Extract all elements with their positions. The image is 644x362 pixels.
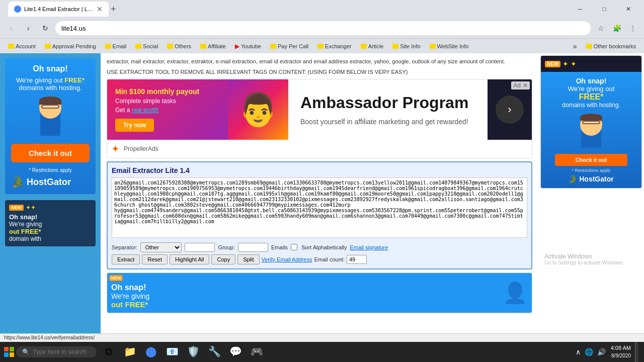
bookmark-label: Article [368,43,384,49]
start-button[interactable] [2,345,16,359]
propeller-next-button[interactable]: › [496,96,524,124]
show-desktop-button[interactable] [635,342,638,362]
system-tray: ∧ 🌐 🔊 4:08 AM 8/9/2020 [575,342,642,362]
bookmarks-more[interactable]: » [569,41,581,52]
propeller-text-section: Ambassador Program Boost yourself in aff… [288,79,488,140]
bookmark-approval[interactable]: Approval Pending [41,42,100,51]
youtube-icon: ▶ [235,43,239,50]
bookmark-exchanger[interactable]: Exchanger [313,42,356,51]
bookmarks-bar: Account Approval Pending Email Social Ot… [0,38,644,53]
bookmark-websiteinfo[interactable]: WebSite Info [426,42,473,51]
verify-email-link[interactable]: Verify Email Address [262,256,312,262]
bookmark-other[interactable]: Other bookmarks [582,42,640,51]
check-it-out-button[interactable]: Check it out [11,144,90,162]
taskbar-item-8[interactable]: 🎮 [247,342,267,362]
new-tab-button[interactable]: + [111,4,116,15]
taskbar-item-5[interactable]: 🛡️ [183,342,203,362]
bottom-ad-content: Oh snap! We're giving out FREE* [111,283,149,309]
copy-button[interactable]: Copy [211,254,235,264]
split-button[interactable]: Split [237,254,259,264]
bookmark-others[interactable]: Others [163,42,195,51]
volume-icon[interactable]: 🔊 [596,347,607,357]
taskbar-icon-8: 🎮 [251,345,263,357]
taskbar-file-explorer[interactable]: 📁 [120,342,140,362]
propeller-source-text: PropellerAds [124,145,158,152]
bookmark-label: Account [16,43,36,49]
taskbar-task-view[interactable]: ⧉ [99,342,119,362]
bottom-ad-character: 👤 [503,281,528,305]
minimize-button[interactable]: ─ [569,1,592,17]
folder-icon [200,44,206,49]
highlight-all-button[interactable]: Highlight All [170,254,209,264]
bottom-ad-new-badge: NEW [109,275,123,281]
bookmark-star-icon[interactable]: ☆ [594,21,608,35]
folder-icon [135,44,141,49]
taskbar-icon-5: 🛡️ [187,345,200,357]
stars-icon: ✦✦ [26,204,36,211]
taskbar-item-7[interactable]: 💬 [225,342,246,362]
ad2-giving: We're giving [9,221,92,228]
tab-title: Lite1.4 Email Extractor | Lite 1.4 [24,6,94,12]
sort-alphabetically-checkbox[interactable] [291,244,297,250]
tab-close-button[interactable]: ✕ [97,5,103,13]
extract-button[interactable]: Extract [112,254,140,264]
bookmark-account[interactable]: Account [4,42,40,51]
right-check-button[interactable]: Check it out [555,154,627,166]
taskbar-item-4[interactable]: 📧 [162,342,182,362]
bookmark-youtube[interactable]: ▶ Youtube [231,41,265,51]
extractor-buttons-row: Extract Reset Highlight All Copy Split V… [112,254,527,264]
hostgator-logo-icon: 🐊 [11,176,24,188]
bookmark-affiliate[interactable]: Affiliate [196,42,230,51]
email-content-textarea[interactable]: an26@gmail.com12675928388@mymetropcs.com… [112,177,527,238]
separator-label: Separator: [112,244,137,250]
ad2-domains: domain with [9,235,92,242]
group-input[interactable] [238,243,268,252]
sort-label: Sort Alphabetically [301,244,347,250]
right-ad-header: NEW ✦ ✦ [541,56,641,72]
taskbar-search[interactable] [16,346,97,357]
hostgator-logo-text: HostGator [27,177,71,188]
forward-button[interactable]: › [21,21,35,35]
task-items: ⧉ 📁 ⬤ 📧 🛡️ 🔧 💬 🎮 [99,342,267,362]
url-input[interactable] [55,21,591,35]
separator-select[interactable]: Other Comma Semicolon Newline [140,242,182,252]
person-illustration: 👨 [238,94,278,126]
tag-text: extractor, mail extractor, extractor, es… [103,55,536,68]
right-hg-logo: 🐊 HostGator [546,175,636,183]
ambassador-title: Ambassador Program [300,93,475,112]
maximize-button[interactable]: □ [593,1,616,17]
bookmark-social[interactable]: Social [131,42,162,51]
settings-icon[interactable]: ⋮ [626,21,640,35]
tray-chevron-icon[interactable]: ∧ [575,347,582,357]
tab-favicon [14,6,21,13]
extractor-title: Email Extractor Lite 1.4 [112,166,527,174]
bottom-ad: NEW Oh snap! We're giving out FREE* 👤 [107,273,532,313]
ad-giving-text: We're giving out FREE* [11,76,90,84]
folder-icon [105,44,111,49]
bookmark-email[interactable]: Email [101,42,131,51]
ad-close-row: Ad ✕ [511,81,530,89]
tray-datetime[interactable]: 4:08 AM 8/9/2020 [609,343,633,360]
network-icon[interactable]: 🌐 [584,347,594,357]
reset-button[interactable]: Reset [142,254,168,264]
email-signature-link[interactable]: Email signature [350,244,388,250]
taskbar-chrome[interactable]: ⬤ [141,342,161,362]
propeller-left-panel: Min $100 monthly payout Complete simple … [107,79,228,140]
separator-custom-input[interactable] [185,243,215,252]
ad-close-icon[interactable]: ✕ [523,82,528,89]
taskbar-icon-4: 📧 [166,345,179,357]
bookmark-label: Email [113,43,127,49]
extensions-icon[interactable]: 🧩 [610,21,624,35]
taskbar-item-6[interactable]: 🔧 [204,342,224,362]
reload-button[interactable]: ↻ [38,21,52,35]
close-button[interactable]: ✕ [617,1,640,17]
bookmark-label: Others [175,43,191,49]
bookmark-siteinfo[interactable]: Site Info [388,42,424,51]
active-tab[interactable]: Lite1.4 Email Extractor | Lite 1.4 ✕ [8,2,109,17]
email-count-input[interactable] [347,255,367,264]
try-now-button[interactable]: Try now [115,119,154,132]
bookmark-payper[interactable]: Pay Per Call [266,42,312,51]
back-button[interactable]: ‹ [4,21,18,35]
bookmark-article[interactable]: Article [357,42,388,51]
start-sq-3 [4,352,9,357]
